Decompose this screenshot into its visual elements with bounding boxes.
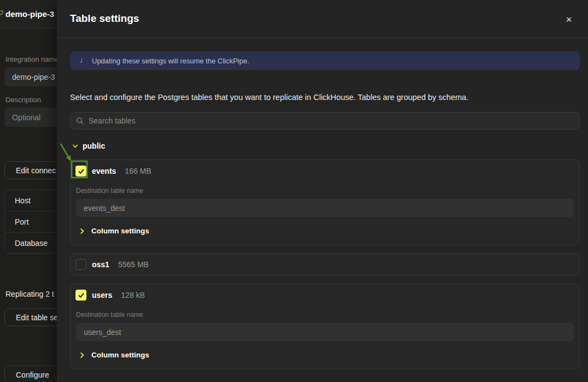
page-title: demo-pipe-3: [5, 9, 54, 19]
table-name: events: [92, 167, 116, 175]
check-icon: [78, 292, 85, 299]
screen: demo-pipe-3 Integration name Description…: [0, 0, 588, 382]
search-box[interactable]: [70, 112, 580, 130]
checkbox-events[interactable]: [75, 166, 86, 177]
column-settings-label: Column settings: [91, 227, 149, 235]
table-card-events: events 166 MB Destination table name Col…: [70, 160, 580, 245]
table-card-users: users 128 kB Destination table name Colu…: [70, 284, 580, 369]
chevron-right-icon: [79, 228, 85, 234]
column-settings-toggle-events[interactable]: Column settings: [79, 227, 149, 235]
close-icon[interactable]: ×: [563, 14, 575, 26]
search-input[interactable]: [89, 116, 574, 125]
replicating-tables-text: Replicating 2 t: [5, 290, 54, 298]
checkbox-users[interactable]: [75, 290, 86, 301]
destination-table-input-users[interactable]: [76, 323, 574, 341]
column-settings-label: Column settings: [91, 351, 149, 359]
checkbox-oss1[interactable]: [75, 259, 86, 270]
chevron-down-icon: [72, 143, 78, 149]
chevron-right-icon: [79, 352, 85, 359]
page-header: demo-pipe-3: [0, 0, 57, 28]
modal-title: Table settings: [70, 13, 139, 25]
column-settings-toggle-users[interactable]: Column settings: [79, 351, 149, 359]
resume-info-banner: i Updating these settings will resume th…: [70, 51, 580, 70]
table-row: users 128 kB: [75, 290, 145, 301]
info-icon: i: [70, 57, 92, 64]
table-size: 166 MB: [125, 167, 151, 175]
table-card-oss1: oss1 5565 MB: [70, 253, 580, 275]
table-row: events 166 MB: [75, 166, 152, 177]
destination-table-label: Destination table name: [76, 311, 143, 319]
destination-table-input-events[interactable]: [76, 199, 574, 217]
schema-name: public: [83, 142, 105, 150]
table-name: oss1: [92, 260, 109, 269]
banner-text: Updating these settings will resume the …: [92, 57, 249, 65]
table-name: users: [92, 291, 112, 299]
table-size: 5565 MB: [118, 260, 149, 269]
check-icon: [78, 168, 85, 175]
modal-header: Table settings ×: [57, 0, 588, 38]
integration-name-label: Integration name: [5, 55, 59, 63]
pipe-icon: [0, 10, 4, 17]
description-label: Description: [5, 96, 41, 104]
modal-description: Select and configure the Postgres tables…: [70, 93, 468, 102]
destination-table-label: Destination table name: [76, 187, 143, 195]
table-settings-modal: Table settings × i Updating these settin…: [57, 0, 588, 382]
schema-group-public[interactable]: public: [72, 142, 105, 150]
search-icon: [76, 117, 84, 125]
table-row: oss1 5565 MB: [75, 259, 149, 270]
table-size: 128 kB: [121, 291, 145, 299]
